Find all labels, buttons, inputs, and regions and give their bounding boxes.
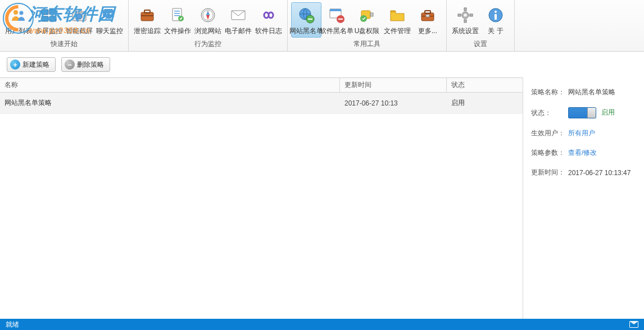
ribbon-group-title: 常用工具: [288, 38, 446, 51]
detail-panel: 策略名称： 网站黑名单策略 状态： 启用 生效用户： 所有用户 策略参数： 查看…: [523, 77, 644, 320]
detail-users-link[interactable]: 所有用户: [568, 129, 595, 137]
detail-params-label: 策略参数：: [531, 148, 568, 158]
detail-name-value: 网站黑名单策略: [568, 88, 636, 97]
window-block-icon: [328, 6, 346, 24]
svg-rect-15: [141, 15, 153, 16]
svg-rect-17: [174, 11, 180, 12]
svg-rect-39: [464, 8, 466, 11]
ribbon-item-info[interactable]: 关 于: [480, 2, 511, 38]
ribbon-item-folder[interactable]: 文件管理: [382, 2, 412, 38]
detail-params-link[interactable]: 查看/修改: [568, 149, 597, 157]
svg-rect-40: [464, 20, 466, 22]
mail-icon: [229, 6, 247, 24]
svg-rect-3: [49, 10, 56, 15]
status-toggle-text: 启用: [601, 108, 615, 116]
ribbon-item-label: 用户列表: [5, 26, 32, 36]
ribbon-item-label: U盘权限: [355, 26, 380, 36]
ribbon-group: 用户列表多屏监控智能截屏聊天监控快速开始: [0, 0, 129, 51]
ribbon-item-multi-screen[interactable]: 多屏监控: [34, 2, 64, 38]
ribbon-item-chat[interactable]: 聊天监控: [94, 2, 125, 38]
svg-rect-5: [49, 16, 56, 21]
ribbon-item-gear[interactable]: 系统设置: [450, 2, 480, 38]
ribbon-group: 网站黑名单软件黑名单U盘权限文件管理更多...常用工具: [288, 0, 447, 51]
ribbon-item-file-ops[interactable]: 文件操作: [162, 2, 193, 38]
ribbon: 用户列表多屏监控智能截屏聊天监控快速开始泄密追踪文件操作浏览网站电子邮件软件日志…: [0, 0, 644, 52]
ribbon-item-globe-block[interactable]: 网站黑名单: [291, 2, 321, 38]
svg-point-45: [495, 11, 497, 13]
column-header-time[interactable]: 更新时间: [340, 78, 447, 92]
ribbon-item-label: 电子邮件: [225, 26, 252, 36]
svg-rect-4: [42, 16, 48, 21]
ribbon-item-label: 网站黑名单: [289, 26, 323, 36]
ribbon-item-infinity[interactable]: 软件日志: [253, 2, 284, 38]
svg-rect-30: [338, 19, 343, 20]
svg-point-0: [13, 10, 18, 15]
minus-icon: −: [65, 59, 75, 70]
detail-time-value: 2017-06-27 10:13:47: [568, 169, 636, 177]
new-policy-label: 新建策略: [22, 60, 49, 70]
column-header-name[interactable]: 名称: [0, 78, 340, 92]
toolbox-icon: [419, 6, 437, 24]
detail-status-label: 状态：: [531, 108, 568, 118]
svg-rect-13: [141, 12, 153, 21]
svg-rect-28: [330, 9, 341, 11]
svg-point-12: [110, 13, 112, 15]
chat-icon: [101, 6, 119, 24]
status-toggle[interactable]: [568, 107, 596, 118]
ribbon-item-label: 多屏监控: [35, 26, 62, 36]
svg-rect-18: [174, 13, 180, 14]
ribbon-item-compass[interactable]: 浏览网站: [193, 2, 223, 38]
svg-rect-42: [470, 14, 473, 16]
globe-block-icon: [297, 6, 315, 24]
briefcase-icon: [138, 6, 156, 24]
ribbon-item-label: 文件管理: [384, 26, 411, 36]
mail-icon[interactable]: [629, 321, 638, 328]
detail-status-value: 启用: [568, 107, 636, 118]
svg-rect-19: [174, 15, 180, 16]
toolbar: + 新建策略 − 删除策略: [0, 52, 644, 77]
delete-policy-button[interactable]: − 删除策略: [61, 57, 110, 72]
camera-icon: [70, 6, 88, 24]
ribbon-item-label: 泄密追踪: [134, 26, 161, 36]
svg-rect-37: [426, 15, 429, 17]
svg-rect-46: [495, 14, 497, 20]
ribbon-item-toolbox[interactable]: 更多...: [412, 2, 443, 38]
ribbon-item-label: 智能截屏: [66, 26, 93, 36]
detail-name-label: 策略名称：: [531, 88, 568, 97]
users-icon: [10, 6, 28, 24]
ribbon-item-mail[interactable]: 电子邮件: [223, 2, 253, 38]
info-icon: [487, 6, 505, 24]
list-body: 网站黑名单策略 2017-06-27 10:13 启用: [0, 93, 523, 114]
svg-point-11: [108, 13, 110, 15]
ribbon-item-label: 浏览网站: [194, 26, 221, 36]
ribbon-item-window-block[interactable]: 软件黑名单: [321, 2, 352, 38]
ribbon-item-briefcase[interactable]: 泄密追踪: [132, 2, 162, 38]
status-bar: 就绪: [0, 319, 644, 330]
list-header: 名称 更新时间 状态: [0, 78, 523, 93]
compass-icon: [199, 6, 217, 24]
svg-rect-35: [425, 11, 430, 13]
ribbon-item-label: 系统设置: [452, 26, 479, 36]
detail-users-label: 生效用户：: [531, 129, 568, 138]
main-content: 名称 更新时间 状态 网站黑名单策略 2017-06-27 10:13 启用 策…: [0, 77, 644, 320]
ribbon-group-title: 设置: [447, 38, 514, 51]
ribbon-item-camera[interactable]: 智能截屏: [64, 2, 94, 38]
table-row[interactable]: 网站黑名单策略 2017-06-27 10:13 启用: [0, 93, 523, 114]
new-policy-button[interactable]: + 新建策略: [7, 57, 56, 72]
svg-point-1: [20, 11, 24, 15]
row-status: 启用: [447, 98, 523, 108]
ribbon-item-users[interactable]: 用户列表: [3, 2, 34, 38]
svg-point-10: [106, 13, 107, 15]
ribbon-item-usb-auth[interactable]: U盘权限: [352, 2, 382, 38]
ribbon-item-label: 软件日志: [255, 26, 282, 36]
svg-rect-7: [76, 10, 81, 12]
ribbon-group: 系统设置关 于设置: [447, 0, 515, 51]
ribbon-group-title: 快速开始: [0, 38, 128, 51]
multi-screen-icon: [40, 6, 58, 24]
column-header-status[interactable]: 状态: [447, 78, 523, 92]
ribbon-group: 泄密追踪文件操作浏览网站电子邮件软件日志行为监控: [129, 0, 288, 51]
row-name: 网站黑名单策略: [0, 98, 340, 108]
ribbon-item-label: 更多...: [418, 26, 437, 36]
detail-time-label: 更新时间：: [531, 168, 568, 177]
file-ops-icon: [169, 6, 187, 24]
